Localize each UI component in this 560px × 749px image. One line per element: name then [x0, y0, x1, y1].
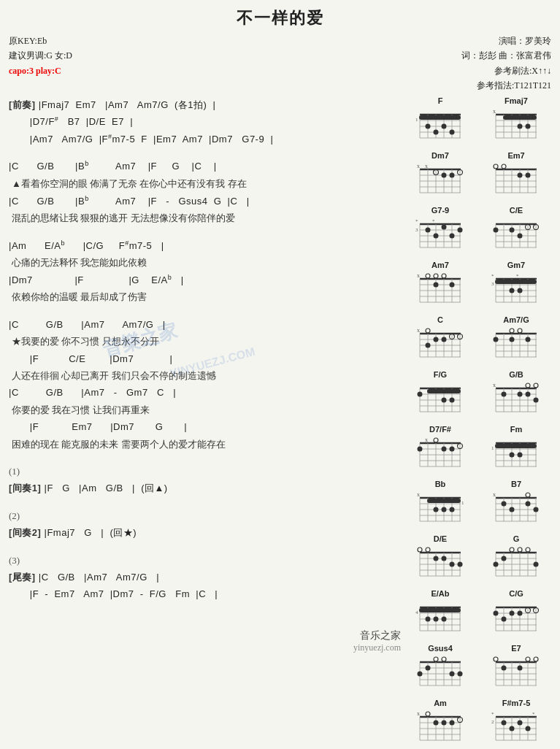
- svg-point-265: [534, 507, 539, 512]
- chord-F: F: [405, 96, 475, 147]
- chord-svg: 4: [414, 599, 467, 639]
- lyric-text: ▲看着你空洞的眼 佈满了无奈 在你心中还有没有我 存在: [9, 175, 401, 192]
- svg-point-312: [426, 616, 431, 621]
- chord-svg: [490, 215, 542, 256]
- svg-point-296: [534, 561, 539, 566]
- svg-text:1: 1: [415, 117, 418, 123]
- svg-point-299: [526, 548, 530, 552]
- svg-point-145: [426, 329, 430, 333]
- interlude2-block: (2) [间奏2] |Fmaj7 G | (回★): [9, 507, 401, 542]
- chord-G7-9: G7-9 * *: [405, 206, 475, 256]
- svg-point-295: [502, 556, 507, 561]
- chord-name: C: [437, 315, 443, 324]
- svg-point-148: [442, 337, 447, 342]
- chord-name: F/G: [434, 370, 447, 379]
- svg-text:x: x: [417, 327, 420, 334]
- svg-text:4: 4: [415, 610, 418, 615]
- svg-text:*: *: [516, 273, 519, 279]
- chord-CE: C/E: [481, 206, 551, 256]
- svg-point-346: [458, 671, 463, 676]
- svg-point-198: [526, 391, 531, 396]
- svg-point-298: [518, 548, 522, 552]
- svg-point-130: [510, 288, 515, 293]
- chord-svg: [490, 325, 542, 366]
- spacer: [9, 607, 401, 622]
- song-title: 不一样的爱: [9, 7, 551, 29]
- chord-svg: x: [414, 270, 467, 311]
- svg-point-313: [434, 616, 439, 621]
- chord-D7Fs: D7/F# x: [405, 425, 475, 475]
- chord-G: G: [481, 534, 551, 585]
- chord-svg: x x: [414, 161, 467, 201]
- svg-point-398: [518, 720, 523, 725]
- chord-name: Am7/G: [503, 315, 529, 324]
- chord-svg: x: [414, 434, 467, 475]
- svg-point-362: [502, 665, 507, 670]
- svg-point-195: [526, 383, 530, 388]
- svg-rect-129: [495, 280, 537, 284]
- section-label: [前奏]: [9, 99, 36, 110]
- svg-point-297: [510, 548, 514, 552]
- svg-point-214: [442, 446, 447, 451]
- svg-point-213: [434, 438, 438, 442]
- svg-point-96: [518, 233, 523, 238]
- chord-name: G: [513, 534, 520, 543]
- svg-point-164: [518, 329, 522, 333]
- svg-text:x: x: [493, 108, 496, 115]
- chord-svg: * * 3: [490, 270, 542, 311]
- svg-text:*: *: [491, 711, 494, 717]
- svg-point-61: [502, 164, 506, 169]
- svg-point-113: [442, 274, 446, 278]
- svg-text:*: *: [415, 218, 418, 224]
- chord-Fsm7-5: F#m7-5 * *: [481, 699, 551, 749]
- chord-line: [间奏1] |F G |Am G/B | (回▲): [9, 480, 401, 496]
- chord-CG: C/G: [481, 589, 551, 639]
- svg-point-62: [518, 172, 523, 177]
- svg-point-347: [450, 671, 455, 676]
- prelude-block: [前奏] |Fmaj7 Em7 |Am7 Am7/G (各1拍) | |D7/F…: [9, 96, 401, 148]
- svg-point-264: [526, 501, 531, 506]
- spacer: [9, 546, 401, 552]
- svg-point-15: [450, 129, 455, 134]
- chord-svg: x: [490, 489, 542, 530]
- spacer: [9, 152, 401, 158]
- svg-point-81: [458, 227, 463, 232]
- outro-block: (3) [尾奏] |C G/B |Am7 Am7/G | |F - Em7 Am…: [9, 552, 401, 603]
- svg-text:2: 2: [491, 719, 494, 725]
- chord-name: Am7: [431, 261, 449, 269]
- chord-GB: G/B x: [481, 370, 551, 420]
- chord-svg: [490, 544, 542, 585]
- chord-name: Gsus4: [428, 644, 453, 653]
- svg-point-163: [510, 329, 514, 333]
- chord-name: Fm: [510, 425, 523, 434]
- lyric-text: 依赖你给的温暖 最后却成了伤害: [9, 288, 401, 305]
- spacer: [9, 310, 401, 316]
- chord-Fm: Fm: [481, 425, 551, 475]
- svg-point-30: [526, 123, 531, 128]
- chord-line: |Dm7 |F |G E/Ab |: [9, 272, 401, 289]
- chord-name: D/E: [434, 534, 447, 543]
- chords-grid: F: [405, 96, 551, 749]
- chord-svg: 1: [414, 106, 467, 147]
- svg-point-181: [450, 397, 455, 402]
- svg-point-78: [434, 233, 439, 238]
- lyrics-area: [前奏] |Fmaj7 Em7 |Am7 Am7/G (各1拍) | |D7/F…: [9, 96, 401, 749]
- svg-point-263: [510, 507, 515, 512]
- svg-point-12: [426, 123, 431, 128]
- chord-line: [间奏2] |Fmaj7 G | (回★): [9, 524, 401, 541]
- svg-point-378: [426, 712, 430, 716]
- svg-point-262: [526, 493, 530, 497]
- svg-point-115: [450, 282, 455, 287]
- svg-point-166: [526, 337, 531, 342]
- svg-point-114: [434, 282, 439, 287]
- svg-point-111: [426, 274, 430, 278]
- lyric-text: 心痛的无法释怀 我怎能如此依赖: [9, 254, 401, 271]
- chord-line: |C G/B |Am7 - Gm7 C |: [9, 384, 401, 401]
- svg-point-396: [502, 720, 507, 725]
- chord-line: [尾奏] |C G/B |Am7 Am7/G |: [9, 569, 401, 585]
- svg-point-211: [418, 446, 423, 451]
- svg-point-196: [534, 383, 538, 388]
- chord-Gsus4: Gsus4: [405, 644, 475, 694]
- chord-Am: Am x: [405, 699, 475, 749]
- svg-rect-11: [419, 115, 461, 120]
